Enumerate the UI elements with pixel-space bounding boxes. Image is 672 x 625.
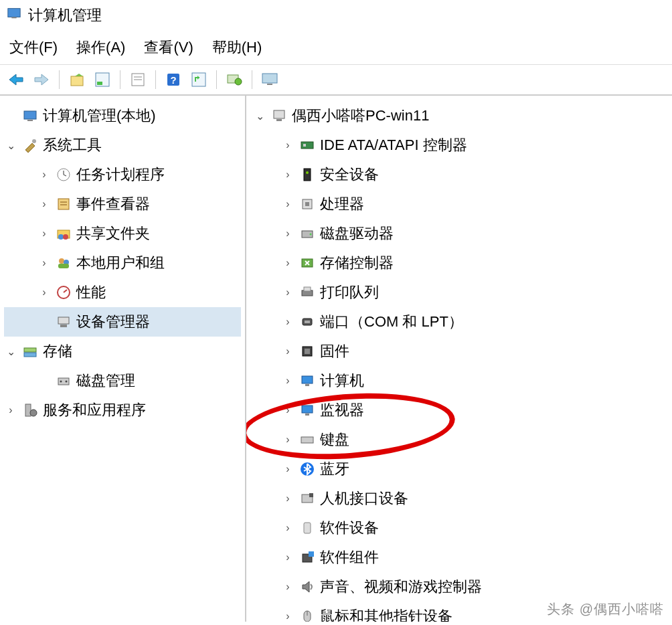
menu-file[interactable]: 文件(F)	[9, 37, 58, 58]
menu-view[interactable]: 查看(V)	[144, 37, 193, 58]
chevron-right-icon[interactable]: ›	[281, 345, 295, 357]
svg-rect-48	[305, 202, 309, 206]
forward-button[interactable]	[31, 69, 52, 90]
device-root[interactable]: ⌄ 偶西小嗒嗒PC-win11	[250, 101, 668, 130]
device-storage-ctrl[interactable]: › 存储控制器	[250, 248, 668, 278]
svg-rect-59	[305, 384, 309, 386]
svg-point-27	[59, 258, 64, 264]
tree-event-viewer[interactable]: › 事件查看器	[4, 189, 241, 219]
refresh-button[interactable]	[188, 69, 209, 90]
chevron-right-icon[interactable]: ›	[281, 522, 295, 534]
chevron-right-icon[interactable]: ›	[281, 139, 295, 151]
device-computer[interactable]: › 计算机	[250, 366, 668, 395]
chevron-down-icon[interactable]: ⌄	[4, 139, 17, 152]
tree-label: 任务计划程序	[76, 165, 165, 185]
device-print-queue[interactable]: › 打印队列	[250, 278, 668, 307]
tools-icon	[21, 137, 39, 154]
svg-rect-44	[303, 144, 306, 147]
tree-shared-folders[interactable]: › 共享文件夹	[4, 219, 241, 248]
tree-device-manager[interactable]: 设备管理器	[4, 307, 241, 337]
help-button[interactable]: ?	[163, 69, 184, 90]
printer-icon	[299, 284, 316, 301]
svg-rect-36	[58, 378, 69, 385]
tree-label: 磁盘管理	[76, 371, 135, 391]
chevron-right-icon[interactable]: ›	[37, 169, 51, 181]
chevron-down-icon[interactable]: ⌄	[4, 345, 17, 358]
device-cpu[interactable]: › 处理器	[250, 189, 668, 219]
device-hid[interactable]: › 人机接口设备	[250, 484, 668, 513]
chevron-right-icon[interactable]: ›	[281, 463, 295, 475]
chevron-right-icon[interactable]: ›	[281, 375, 295, 387]
chevron-right-icon[interactable]: ›	[281, 404, 295, 416]
tree-root-local[interactable]: 计算机管理(本地)	[4, 101, 241, 130]
svg-rect-42	[276, 119, 282, 121]
tree-task-scheduler[interactable]: › 任务计划程序	[4, 160, 241, 189]
device-firmware[interactable]: › 固件	[250, 337, 668, 366]
device-bluetooth[interactable]: › 蓝牙	[250, 454, 668, 484]
chevron-right-icon[interactable]: ›	[281, 228, 295, 240]
device-security[interactable]: › 安全设备	[250, 160, 668, 189]
scan-button[interactable]	[224, 69, 245, 90]
device-sound[interactable]: › 声音、视频和游戏控制器	[250, 572, 668, 602]
back-button[interactable]	[5, 69, 27, 90]
chevron-right-icon[interactable]: ›	[281, 551, 295, 563]
device-software-components[interactable]: › 软件组件	[250, 543, 668, 572]
device-disk-drives[interactable]: › 磁盘驱动器	[250, 219, 668, 248]
mouse-icon	[299, 608, 316, 622]
tree-label: 软件组件	[320, 547, 379, 567]
chevron-right-icon[interactable]: ›	[37, 198, 51, 210]
chevron-right-icon[interactable]: ›	[37, 228, 51, 240]
chevron-right-icon[interactable]: ›	[281, 493, 295, 505]
svg-rect-57	[305, 349, 310, 354]
chevron-right-icon[interactable]: ›	[37, 257, 51, 269]
chevron-right-icon[interactable]: ›	[281, 610, 295, 622]
chevron-right-icon[interactable]: ›	[281, 198, 295, 210]
chevron-right-icon[interactable]: ›	[281, 286, 295, 298]
tree-storage[interactable]: ⌄ 存储	[4, 337, 241, 366]
software-component-icon	[299, 549, 316, 566]
device-keyboard[interactable]: › 键盘	[250, 425, 668, 454]
device-monitor[interactable]: › 监视器	[250, 395, 668, 425]
performance-icon	[55, 284, 72, 301]
tree-disk-mgmt[interactable]: 磁盘管理	[4, 366, 241, 395]
show-hide-tree-button[interactable]	[92, 69, 113, 90]
chevron-right-icon[interactable]: ›	[281, 169, 295, 181]
chevron-right-icon[interactable]: ›	[281, 257, 295, 269]
svg-rect-53	[304, 287, 311, 291]
tree-services-apps[interactable]: › 服务和应用程序	[4, 395, 241, 425]
svg-rect-62	[301, 437, 313, 443]
pc-icon	[270, 107, 288, 124]
chevron-right-icon[interactable]: ›	[37, 286, 51, 298]
app-icon	[7, 6, 21, 25]
chevron-right-icon[interactable]: ›	[4, 404, 17, 416]
svg-text:?: ?	[170, 74, 176, 86]
menu-help[interactable]: 帮助(H)	[212, 37, 262, 58]
menu-action[interactable]: 操作(A)	[76, 37, 125, 58]
chevron-right-icon[interactable]: ›	[281, 316, 295, 328]
toolbar: ?	[0, 65, 672, 96]
tree-system-tools[interactable]: ⌄ 系统工具	[4, 130, 241, 160]
device-ide[interactable]: › IDE ATA/ATAPI 控制器	[250, 130, 668, 160]
device-ports[interactable]: › 端口（COM 和 LPT）	[250, 307, 668, 337]
svg-rect-4	[97, 82, 102, 85]
monitor-button[interactable]	[259, 69, 280, 90]
users-icon	[55, 254, 72, 272]
svg-rect-13	[262, 74, 277, 83]
tree-label: 存储	[43, 341, 72, 361]
tree-label: 共享文件夹	[76, 224, 150, 244]
security-icon	[299, 166, 316, 183]
up-button[interactable]	[66, 69, 88, 90]
clock-icon	[55, 166, 72, 183]
storage-ctrl-icon	[299, 254, 316, 272]
chevron-down-icon[interactable]: ⌄	[253, 110, 266, 122]
tree-performance[interactable]: › 性能	[4, 278, 241, 307]
device-software-devices[interactable]: › 软件设备	[250, 513, 668, 543]
chevron-right-icon[interactable]: ›	[281, 581, 295, 593]
svg-rect-21	[58, 199, 69, 209]
chevron-right-icon[interactable]: ›	[281, 434, 295, 446]
monitor-icon	[299, 372, 316, 389]
svg-point-37	[60, 381, 62, 383]
tree-local-users[interactable]: › 本地用户和组	[4, 248, 241, 278]
properties-button[interactable]	[127, 69, 149, 90]
tree-label: 声音、视频和游戏控制器	[320, 577, 482, 597]
